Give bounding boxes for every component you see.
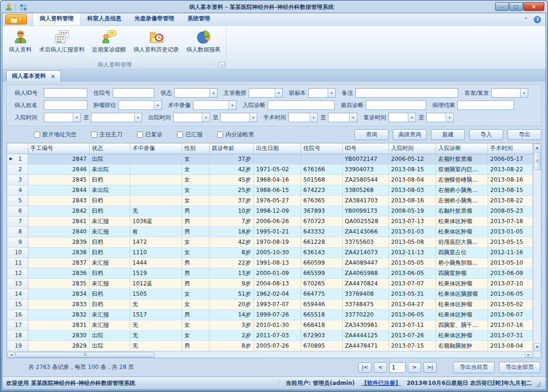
endocrine-exam-checkbox-input[interactable]	[217, 132, 223, 138]
ribbon-tab-system-management[interactable]: 系统管理	[181, 13, 217, 25]
table-row[interactable]: 192829出院无男8岁2005-07-26670895ZA4478471201…	[7, 341, 533, 351]
row-header[interactable]: 12	[7, 268, 28, 278]
ribbon-tab-patient-data-management[interactable]: 病人资料管理	[33, 13, 81, 25]
prev-page-button[interactable]: <	[374, 362, 387, 373]
table-row[interactable]: 112837未汇报1444男22岁1991-08-13660599ZA40894…	[7, 258, 533, 268]
discharge-date-to-combo[interactable]: ▾	[220, 113, 257, 122]
row-header[interactable]: 10	[7, 247, 28, 258]
column-header-3[interactable]: 性别	[182, 143, 209, 154]
revisit-date-from-combo[interactable]: ▾	[388, 113, 416, 122]
endocrine-exam-checkbox[interactable]: 内分泌检查	[217, 131, 254, 139]
chevron-down-icon[interactable]: ▾	[73, 113, 80, 122]
close-button[interactable]: ×	[523, 2, 544, 11]
row-header[interactable]: 6	[7, 206, 28, 216]
admission-diagnosis-input[interactable]	[268, 100, 335, 110]
horizontal-scrollbar[interactable]: ◄ ►	[7, 351, 541, 358]
table-row[interactable]: 132835未汇报1012蓝男9岁2004-08-13670265ZA44708…	[7, 278, 533, 289]
chevron-down-icon[interactable]: ▾	[202, 113, 210, 122]
chevron-down-icon[interactable]: ▾	[210, 89, 217, 97]
column-header-2[interactable]: 术中录像	[130, 143, 182, 154]
revisit-reminder-button[interactable]: 近期复诊提醒	[88, 28, 130, 55]
row-header[interactable]: 18	[7, 330, 28, 341]
maximize-button[interactable]: □	[509, 2, 523, 11]
film-address-empty-checkbox-input[interactable]	[34, 132, 40, 138]
row-header[interactable]: 16	[7, 309, 28, 320]
table-row[interactable]: 82840未汇报有男18岁1995-01-21643332ZA414306620…	[7, 226, 533, 237]
page-number-input[interactable]	[389, 362, 405, 373]
row-header[interactable]: 5	[7, 195, 28, 206]
column-header-10[interactable]: 手术时间	[488, 143, 533, 154]
app-menu-button[interactable]: ▾	[5, 14, 27, 25]
chevron-down-icon[interactable]: ▾	[154, 101, 161, 109]
reported-checkbox[interactable]: 已汇报	[177, 131, 202, 139]
chief-professor-combo[interactable]: ▾	[249, 88, 283, 98]
column-header-4[interactable]: 就诊年龄	[209, 143, 253, 154]
chevron-down-icon[interactable]: ▾	[249, 113, 257, 122]
ribbon-tab-department-staff-info[interactable]: 科室人员信息	[81, 13, 128, 25]
last-page-button[interactable]: >|	[423, 362, 437, 373]
row-header[interactable]: 11	[7, 258, 28, 268]
chevron-down-icon[interactable]: ▾	[520, 89, 528, 97]
table-row[interactable]: 142834归档1505女51岁1962-02-0466477533769408…	[7, 289, 533, 299]
chief-surgeon-checkbox[interactable]: 主任主刀	[91, 131, 122, 139]
ribbon-tab-disc-tape-management[interactable]: 光盘录像带管理	[128, 13, 181, 25]
chevron-down-icon[interactable]: ▾	[310, 113, 317, 122]
export-button[interactable]: 导出	[507, 129, 541, 140]
patient-history-records-button[interactable]: 病人资料历史记录	[130, 28, 183, 55]
table-row[interactable]: 172831未汇报无女3岁2010-01-30668418ZA343098120…	[7, 320, 533, 330]
row-header[interactable]: 8	[7, 226, 28, 237]
status-combo[interactable]: ▾	[174, 88, 218, 98]
scroll-down-icon[interactable]: ▼	[534, 343, 540, 350]
table-row[interactable]: ▶12847出院女37岁YB00721472006-05-12左额叶胶质瘤200…	[7, 154, 533, 164]
chevron-down-icon[interactable]: ▾	[446, 113, 453, 122]
minimize-button[interactable]: –	[495, 2, 509, 11]
revisited-checkbox[interactable]: 已复诊	[137, 131, 162, 139]
vertical-scrollbar[interactable]: ▲ ▼	[533, 143, 541, 351]
surgery-date-to-combo[interactable]: ▾	[328, 113, 357, 122]
collapse-ribbon-icon[interactable]: ^	[524, 17, 528, 23]
row-header[interactable]: ▶1	[7, 154, 28, 164]
table-row[interactable]: 182830出院无女2岁2011-07-03672903ZA4444125201…	[7, 330, 533, 341]
chief-surgeon-checkbox-input[interactable]	[91, 132, 97, 138]
specimen-kept-combo[interactable]: ▾	[308, 88, 336, 98]
row-header[interactable]: 17	[7, 320, 28, 330]
row-header[interactable]: 2	[7, 164, 28, 175]
chevron-down-icon[interactable]: ▾	[134, 113, 142, 122]
import-button[interactable]: 导入	[469, 129, 503, 140]
resize-grip-icon[interactable]	[540, 382, 541, 384]
export-current-page-button[interactable]: 导出当前页	[453, 362, 495, 373]
table-row[interactable]: 92839归档1472女42岁1970-08-19661228337556032…	[7, 237, 533, 247]
tab-patient-basic-info[interactable]: 病人基本资料 ×	[6, 70, 61, 82]
surgery-video-combo[interactable]: ▾	[193, 100, 236, 110]
table-row[interactable]: 122836归档1519男13岁2000-01-09665599ZA406598…	[7, 268, 533, 278]
first-page-button[interactable]: |<	[358, 362, 371, 373]
table-row[interactable]: 152833归档无女20岁1993-07-0765944633748475201…	[7, 299, 533, 309]
patient-data-report-button[interactable]: 病人数据报表	[183, 28, 224, 55]
column-header-7[interactable]: ID号	[342, 143, 388, 154]
table-row[interactable]: 62842归档无男10岁1998-12-09367893YB0099173200…	[7, 206, 533, 216]
table-row[interactable]: 42844未出院女25岁1988-06-15674223338052682013…	[7, 185, 533, 195]
chevron-down-icon[interactable]: ▾	[349, 113, 357, 122]
admission-date-to-combo[interactable]: ▾	[91, 113, 142, 122]
row-header[interactable]: 19	[7, 341, 28, 351]
chevron-down-icon[interactable]: ▾	[408, 113, 415, 122]
row-header[interactable]: 14	[7, 289, 28, 299]
table-row[interactable]: 22846未出院女42岁1971-05-02676166339040732013…	[7, 164, 533, 175]
scroll-right-icon[interactable]: ►	[525, 352, 532, 358]
discharge-date-from-combo[interactable]: ▾	[173, 113, 210, 122]
table-row[interactable]: 162832未汇报1517男14岁1999-07-266655183377022…	[7, 309, 533, 320]
quick-access-icon[interactable]	[18, 2, 28, 12]
row-header[interactable]: 15	[7, 299, 28, 309]
surgery-date-from-combo[interactable]: ▾	[288, 113, 318, 122]
final-diagnosis-input[interactable]	[366, 100, 426, 110]
reported-checkbox-input[interactable]	[177, 132, 183, 138]
admission-date-from-combo[interactable]: ▾	[44, 113, 81, 122]
new-button[interactable]: 新建	[431, 129, 465, 140]
film-address-empty-checkbox[interactable]: 胶片地址为空	[34, 131, 76, 139]
postop-report-data-button[interactable]: 术后病人汇报资料	[35, 28, 88, 55]
tumor-site-combo[interactable]: ▾	[118, 100, 162, 110]
horizontal-scroll-thumb[interactable]	[16, 352, 154, 358]
dialog-launcher-icon[interactable]: ↘	[219, 62, 225, 68]
chevron-down-icon[interactable]: ▾	[228, 101, 236, 109]
column-header-5[interactable]: 出生日期	[253, 143, 301, 154]
